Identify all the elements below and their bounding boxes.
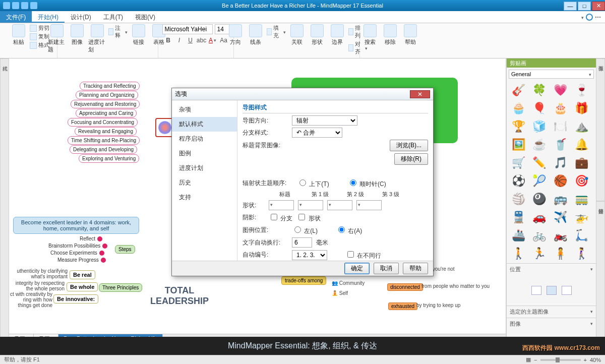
topic-node[interactable]: Exploring and Venturing [79, 154, 139, 163]
clipart-item[interactable]: 🎯 [574, 173, 589, 189]
clipart-item[interactable]: 🛒 [511, 155, 526, 170]
clipart-item[interactable]: ✈️ [553, 210, 568, 225]
clipart-item[interactable]: 🧁 [511, 101, 526, 116]
radio-clockwise[interactable]: 顺时针(C) [347, 178, 386, 189]
clipart-item[interactable]: ✏️ [532, 155, 547, 170]
pos-right-icon[interactable] [562, 286, 572, 295]
qa-save-icon[interactable] [3, 2, 10, 9]
clipart-item[interactable]: ⚽ [511, 173, 526, 189]
principle-node[interactable]: Be whole [67, 282, 98, 291]
window-close-button[interactable]: ✕ [592, 2, 605, 11]
boundary-button[interactable]: 边界 [328, 24, 346, 55]
topic-tradeoffs[interactable]: trade-offs among [281, 276, 326, 285]
clipart-item[interactable]: 🛴 [574, 228, 589, 243]
topic-node[interactable]: Time Shifting and Re-Placing [68, 136, 140, 145]
dialog-nav-item[interactable]: 进度计划 [172, 161, 237, 175]
topic-node[interactable]: Focusing and Concentrating [68, 118, 138, 127]
dialog-ok-button[interactable]: 确定 [344, 263, 370, 274]
fill-button[interactable]: 填充 [267, 24, 286, 39]
clipart-item[interactable]: 🚢 [511, 228, 526, 243]
wrap-value-input[interactable] [292, 237, 312, 248]
radio-legend-left[interactable]: 左(L) [292, 225, 318, 235]
clipart-item[interactable]: 🧍 [553, 246, 568, 261]
image-dropdown[interactable]: 图像 [507, 318, 596, 330]
tag-exhausted[interactable]: exhausted [388, 302, 417, 310]
clipart-item[interactable]: 🎸 [511, 83, 526, 98]
clipart-item[interactable]: 🏀 [553, 173, 568, 189]
search-button[interactable]: 搜索 [361, 24, 379, 46]
copy-button[interactable]: 复制 [30, 33, 49, 40]
clipart-item[interactable]: 🚁 [574, 210, 589, 225]
right-side-tab-image[interactable]: 图像 [596, 58, 605, 201]
zoom-slider[interactable] [540, 359, 581, 361]
clipart-item[interactable]: 🎾 [532, 173, 547, 189]
pos-center-icon[interactable] [547, 286, 557, 295]
topic-node[interactable]: Tracking and Reflecting [80, 82, 140, 90]
image-button[interactable]: 图像 [68, 24, 86, 53]
ribbon-style-dropdown[interactable] [580, 14, 584, 21]
ribbon-tab-file[interactable]: 文件(F) [0, 11, 32, 23]
summary-note[interactable]: Become excellent leader in 4 domains: wo… [13, 217, 139, 234]
clipart-item[interactable]: 🚗 [532, 210, 547, 225]
clipart-item[interactable]: 🍽️ [553, 119, 568, 134]
clipart-item[interactable]: 🚌 [553, 192, 568, 207]
clipart-item[interactable]: ⛰️ [574, 119, 589, 134]
checkbox-shadow-branch[interactable]: 分支 [269, 212, 292, 223]
principle-node[interactable]: Be innovative: [53, 294, 98, 304]
cut-button[interactable]: 剪切 [30, 24, 49, 32]
clipart-item[interactable]: 🍷 [574, 83, 589, 98]
zoom-in-button[interactable]: + [584, 357, 587, 363]
right-side-tab-hyperlink[interactable]: 超链接 [596, 201, 605, 344]
dialog-titlebar[interactable]: 选项 ✕ [172, 88, 433, 100]
browse-button[interactable]: 浏览(B)... [390, 140, 428, 151]
left-side-tab-styles[interactable]: 样式 [0, 58, 9, 344]
underline-button[interactable]: U [187, 36, 195, 44]
dialog-nav-item[interactable]: 默认样式 [172, 117, 237, 132]
ribbon-tab-tools[interactable]: 工具(T) [97, 11, 129, 23]
italic-button[interactable]: I [175, 36, 184, 44]
dialog-close-button[interactable]: ✕ [410, 90, 430, 98]
clipart-item[interactable]: 🧊 [532, 119, 547, 134]
clipart-item[interactable]: 🚲 [532, 228, 547, 243]
topic-node[interactable]: Appreciating and Caring [76, 109, 137, 117]
step-item[interactable]: Measure Progress [57, 257, 106, 263]
step-item[interactable]: Reflect [80, 236, 102, 241]
line-button[interactable]: 线条 [247, 24, 265, 55]
shape-select-l1[interactable] [298, 200, 323, 210]
clipart-item[interactable]: 🎂 [553, 101, 568, 116]
format-painter-button[interactable]: 格式 [30, 41, 49, 49]
shape-select-title[interactable] [269, 200, 294, 210]
shape-button[interactable]: 形状 [308, 24, 326, 55]
link-button[interactable]: 链接 [130, 24, 148, 53]
topic-node[interactable]: Delegating and Developing [70, 145, 137, 154]
ribbon-minimize-icon[interactable]: ⋯ [595, 14, 601, 21]
clipart-item[interactable]: 🏆 [511, 119, 526, 134]
autonum-select[interactable]: 1. 2. 3. [292, 250, 327, 260]
ribbon-tab-design[interactable]: 设计(D) [65, 11, 97, 23]
direction-button[interactable]: 方向 [226, 24, 245, 55]
clipart-category-select[interactable]: General [509, 70, 594, 79]
qa-redo-icon[interactable] [21, 2, 28, 9]
checkbox-shadow-shape[interactable]: 形状 [296, 212, 320, 223]
dialog-nav-item[interactable]: 支持 [172, 190, 237, 205]
clipart-item[interactable]: 🚃 [574, 192, 589, 207]
clipart-item[interactable]: 🎱 [532, 192, 547, 207]
clipart-item[interactable]: 🎵 [553, 155, 568, 170]
dialog-help-button[interactable]: 帮助 [403, 263, 428, 274]
clipart-item[interactable]: 💼 [574, 155, 589, 170]
domain-community[interactable]: 👥 Community [332, 280, 365, 286]
principle-node[interactable]: Be real [70, 270, 95, 279]
tag-disconnected[interactable]: disconnected [387, 283, 423, 291]
view-mode-icon[interactable]: ▦ [526, 356, 531, 363]
qa-more-icon[interactable] [30, 2, 37, 9]
callout-steps[interactable]: Steps [115, 245, 135, 254]
checkbox-not-same-line[interactable]: 在不同行 [345, 250, 381, 260]
new-topic-button[interactable]: 新建主题 [48, 24, 66, 53]
step-item[interactable]: Brainstorm Possibilities [48, 243, 107, 249]
radio-updown[interactable]: 上下(T) [297, 178, 329, 189]
qa-undo-icon[interactable] [12, 2, 19, 9]
bold-button[interactable]: B [164, 36, 172, 44]
clipart-item[interactable]: 🔔 [574, 137, 589, 152]
step-item[interactable]: Choose Experiments [50, 250, 104, 256]
window-maximize-button[interactable]: □ [578, 2, 591, 11]
